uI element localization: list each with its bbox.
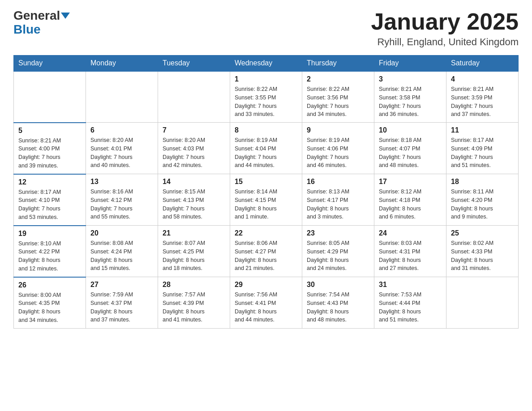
calendar-day-9: 9Sunrise: 8:19 AMSunset: 4:06 PMDaylight… [302,123,374,174]
calendar-day-15: 15Sunrise: 8:14 AMSunset: 4:15 PMDayligh… [230,174,302,226]
day-info: Sunrise: 7:53 AMSunset: 4:44 PMDaylight:… [379,291,442,324]
day-number: 4 [451,75,514,83]
day-info: Sunrise: 8:07 AMSunset: 4:25 PMDaylight:… [163,239,225,273]
day-info: Sunrise: 8:16 AMSunset: 4:12 PMDaylight:… [90,188,153,221]
calendar-day-16: 16Sunrise: 8:13 AMSunset: 4:17 PMDayligh… [302,174,374,226]
day-number: 8 [235,126,297,134]
calendar-day-2: 2Sunrise: 8:22 AMSunset: 3:56 PMDaylight… [302,71,374,123]
calendar-table: SundayMondayTuesdayWednesdayThursdayFrid… [13,55,519,329]
title-area: January 2025 Ryhill, England, United Kin… [371,9,519,48]
day-info: Sunrise: 7:57 AMSunset: 4:39 PMDaylight:… [163,291,225,324]
day-info: Sunrise: 7:59 AMSunset: 4:37 PMDaylight:… [90,291,153,324]
calendar-day-26: 26Sunrise: 8:00 AMSunset: 4:35 PMDayligh… [14,277,86,329]
weekday-header-saturday: Saturday [446,56,519,72]
page-header: GeneralBlue January 2025 Ryhill, England… [13,9,519,48]
calendar-empty-cell [86,71,158,123]
calendar-day-27: 27Sunrise: 7:59 AMSunset: 4:37 PMDayligh… [86,277,158,329]
calendar-day-17: 17Sunrise: 8:12 AMSunset: 4:18 PMDayligh… [374,174,446,226]
day-info: Sunrise: 8:00 AMSunset: 4:35 PMDaylight:… [18,291,81,325]
day-number: 7 [163,126,225,134]
day-number: 6 [90,126,153,134]
day-number: 18 [451,178,514,186]
calendar-day-21: 21Sunrise: 8:07 AMSunset: 4:25 PMDayligh… [158,226,230,277]
day-number: 9 [307,126,369,134]
calendar-day-20: 20Sunrise: 8:08 AMSunset: 4:24 PMDayligh… [86,226,158,277]
day-info: Sunrise: 8:10 AMSunset: 4:22 PMDaylight:… [18,240,81,273]
calendar-day-13: 13Sunrise: 8:16 AMSunset: 4:12 PMDayligh… [86,174,158,226]
calendar-empty-cell [14,71,86,123]
day-number: 30 [307,281,369,289]
weekday-header-monday: Monday [86,56,158,72]
calendar-week-row: 26Sunrise: 8:00 AMSunset: 4:35 PMDayligh… [14,277,519,329]
calendar-day-6: 6Sunrise: 8:20 AMSunset: 4:01 PMDaylight… [86,123,158,174]
day-info: Sunrise: 8:15 AMSunset: 4:13 PMDaylight:… [163,188,225,221]
calendar-week-row: 5Sunrise: 8:21 AMSunset: 4:00 PMDaylight… [14,123,519,174]
day-info: Sunrise: 8:21 AMSunset: 3:59 PMDaylight:… [451,85,514,119]
day-info: Sunrise: 7:56 AMSunset: 4:41 PMDaylight:… [235,291,297,324]
calendar-day-22: 22Sunrise: 8:06 AMSunset: 4:27 PMDayligh… [230,226,302,277]
weekday-header-thursday: Thursday [302,56,374,72]
day-number: 20 [90,229,153,237]
calendar-day-10: 10Sunrise: 8:18 AMSunset: 4:07 PMDayligh… [374,123,446,174]
day-number: 23 [307,229,369,237]
day-info: Sunrise: 8:19 AMSunset: 4:06 PMDaylight:… [307,136,369,170]
calendar-day-18: 18Sunrise: 8:11 AMSunset: 4:20 PMDayligh… [446,174,519,226]
day-number: 12 [18,178,81,186]
day-info: Sunrise: 8:17 AMSunset: 4:09 PMDaylight:… [451,136,514,170]
calendar-week-row: 12Sunrise: 8:17 AMSunset: 4:10 PMDayligh… [14,174,519,226]
day-info: Sunrise: 8:17 AMSunset: 4:10 PMDaylight:… [18,188,81,222]
day-number: 27 [90,281,153,289]
calendar-day-5: 5Sunrise: 8:21 AMSunset: 4:00 PMDaylight… [14,123,86,174]
calendar-day-8: 8Sunrise: 8:19 AMSunset: 4:04 PMDaylight… [230,123,302,174]
calendar-day-11: 11Sunrise: 8:17 AMSunset: 4:09 PMDayligh… [446,123,519,174]
calendar-day-30: 30Sunrise: 7:54 AMSunset: 4:43 PMDayligh… [302,277,374,329]
logo-text: GeneralBlue [13,9,70,37]
location-title: Ryhill, England, United Kingdom [371,36,519,48]
day-number: 13 [90,178,153,186]
day-info: Sunrise: 8:20 AMSunset: 4:01 PMDaylight:… [90,136,153,170]
day-number: 21 [163,229,225,237]
day-number: 10 [379,126,442,134]
day-info: Sunrise: 8:02 AMSunset: 4:33 PMDaylight:… [451,239,514,273]
calendar-day-29: 29Sunrise: 7:56 AMSunset: 4:41 PMDayligh… [230,277,302,329]
day-number: 29 [235,281,297,289]
calendar-day-25: 25Sunrise: 8:02 AMSunset: 4:33 PMDayligh… [446,226,519,277]
day-number: 11 [451,126,514,134]
day-info: Sunrise: 8:19 AMSunset: 4:04 PMDaylight:… [235,136,297,170]
month-title: January 2025 [371,9,519,34]
day-info: Sunrise: 8:20 AMSunset: 4:03 PMDaylight:… [163,136,225,170]
calendar-empty-cell [446,277,519,329]
calendar-day-14: 14Sunrise: 8:15 AMSunset: 4:13 PMDayligh… [158,174,230,226]
day-info: Sunrise: 8:13 AMSunset: 4:17 PMDaylight:… [307,188,369,221]
calendar-day-1: 1Sunrise: 8:22 AMSunset: 3:55 PMDaylight… [230,71,302,123]
day-number: 5 [18,127,81,135]
calendar-day-3: 3Sunrise: 8:21 AMSunset: 3:58 PMDaylight… [374,71,446,123]
day-info: Sunrise: 8:18 AMSunset: 4:07 PMDaylight:… [379,136,442,170]
calendar-day-24: 24Sunrise: 8:03 AMSunset: 4:31 PMDayligh… [374,226,446,277]
calendar-empty-cell [158,71,230,123]
day-number: 14 [163,178,225,186]
day-number: 24 [379,229,442,237]
day-info: Sunrise: 8:21 AMSunset: 4:00 PMDaylight:… [18,137,81,170]
weekday-header-sunday: Sunday [14,56,86,72]
day-number: 31 [379,281,442,289]
logo-blue-text: Blue [13,22,41,36]
day-info: Sunrise: 8:03 AMSunset: 4:31 PMDaylight:… [379,239,442,273]
calendar-week-row: 1Sunrise: 8:22 AMSunset: 3:55 PMDaylight… [14,71,519,123]
calendar-day-7: 7Sunrise: 8:20 AMSunset: 4:03 PMDaylight… [158,123,230,174]
day-info: Sunrise: 8:12 AMSunset: 4:18 PMDaylight:… [379,188,442,221]
weekday-header-row: SundayMondayTuesdayWednesdayThursdayFrid… [14,56,519,72]
calendar-day-28: 28Sunrise: 7:57 AMSunset: 4:39 PMDayligh… [158,277,230,329]
day-info: Sunrise: 8:08 AMSunset: 4:24 PMDaylight:… [90,239,153,273]
day-info: Sunrise: 8:14 AMSunset: 4:15 PMDaylight:… [235,188,297,221]
day-info: Sunrise: 8:11 AMSunset: 4:20 PMDaylight:… [451,188,514,221]
weekday-header-wednesday: Wednesday [230,56,302,72]
day-number: 2 [307,75,369,83]
day-number: 28 [163,281,225,289]
day-number: 26 [18,281,81,289]
weekday-header-friday: Friday [374,56,446,72]
calendar-week-row: 19Sunrise: 8:10 AMSunset: 4:22 PMDayligh… [14,226,519,277]
day-number: 17 [379,178,442,186]
day-info: Sunrise: 8:05 AMSunset: 4:29 PMDaylight:… [307,239,369,273]
day-number: 15 [235,178,297,186]
